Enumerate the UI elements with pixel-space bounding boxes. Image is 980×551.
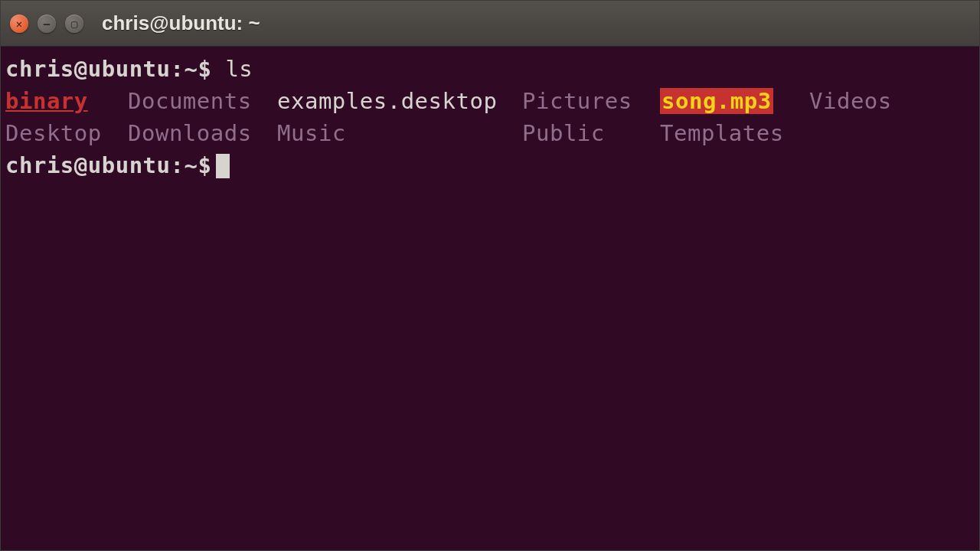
ls-item-pictures: Pictures — [522, 85, 660, 117]
ls-item-empty — [809, 117, 975, 149]
close-icon[interactable]: ✕ — [10, 15, 28, 33]
ls-item-templates: Templates — [660, 117, 809, 149]
ls-item-videos: Videos — [809, 85, 975, 117]
ls-item-public: Public — [522, 117, 660, 149]
prompt-line-1: chris@ubuntu:~$ ls — [5, 53, 975, 85]
window-title: chris@ubuntu: ~ — [102, 11, 260, 35]
cursor-block-icon — [216, 154, 230, 178]
command-text: ls — [225, 56, 253, 82]
prompt-path: ~ — [184, 152, 198, 178]
prompt-line-2[interactable]: chris@ubuntu:~$ — [5, 149, 975, 181]
prompt-user: chris@ubuntu — [5, 56, 171, 82]
prompt-sigil: $ — [198, 152, 211, 178]
ls-output-row: binary Documents examples.desktop Pictur… — [5, 85, 975, 117]
maximize-icon[interactable]: ▢ — [65, 15, 83, 33]
ls-item-binary: binary — [5, 85, 128, 117]
ls-item-music: Music — [277, 117, 522, 149]
minimize-icon[interactable]: — — [38, 15, 56, 33]
prompt-sigil: $ — [198, 56, 211, 82]
prompt-sep: : — [171, 152, 185, 178]
prompt-path: ~ — [184, 56, 198, 82]
ls-item-desktop: Desktop — [5, 117, 128, 149]
ls-item-examples-desktop: examples.desktop — [277, 85, 522, 117]
terminal-body[interactable]: chris@ubuntu:~$ ls binary Documents exam… — [1, 47, 979, 181]
ls-item-song-mp3: song.mp3 — [660, 88, 773, 114]
ls-item-downloads: Downloads — [128, 117, 277, 149]
terminal-window: ✕ — ▢ chris@ubuntu: ~ chris@ubuntu:~$ ls… — [0, 0, 980, 551]
prompt-sep: : — [171, 56, 185, 82]
ls-output-row: Desktop Downloads Music Public Templates — [5, 117, 975, 149]
titlebar[interactable]: ✕ — ▢ chris@ubuntu: ~ — [1, 1, 979, 47]
prompt-user: chris@ubuntu — [5, 152, 171, 178]
ls-item-documents: Documents — [128, 85, 277, 117]
